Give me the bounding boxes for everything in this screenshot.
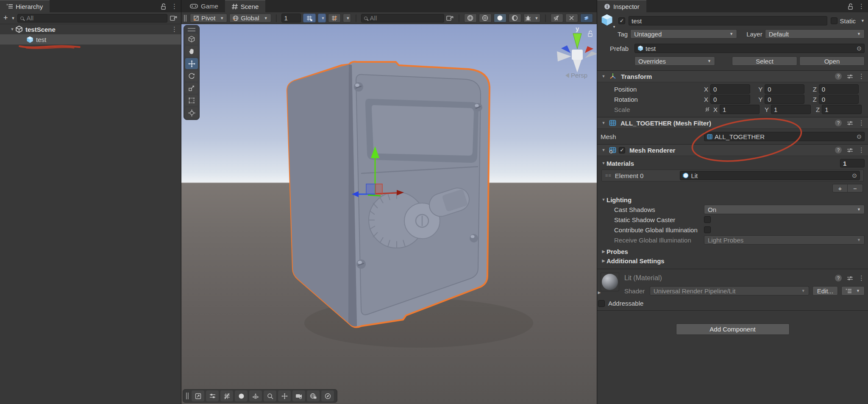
foldout-icon[interactable] — [601, 121, 606, 125]
static-checkbox[interactable] — [831, 17, 837, 24]
add-component-button[interactable]: Add Component — [676, 323, 790, 335]
mesh-filter-header[interactable]: ALL_TOGETHER (Mesh Filter) ? ⋮ — [597, 117, 868, 129]
audio-mute-button[interactable] — [551, 14, 563, 22]
inspector-menu-icon[interactable]: ⋮ — [858, 3, 865, 10]
view-settings-button[interactable] — [206, 390, 219, 401]
toolbar-drag-handle[interactable] — [184, 15, 186, 22]
create-object-button[interactable]: +▼ — [3, 14, 15, 22]
scale-y-field[interactable] — [771, 105, 811, 114]
additional-settings-foldout-row[interactable]: Additional Settings — [597, 256, 868, 265]
camera-overlay-button[interactable] — [292, 390, 305, 401]
shading-mode-button[interactable] — [464, 14, 477, 22]
pivot-mode-button[interactable]: Pivot ▼ — [190, 14, 227, 22]
open-button[interactable]: Open — [799, 56, 865, 66]
broken-link-icon[interactable] — [704, 106, 711, 112]
rotation-y-field[interactable] — [765, 95, 804, 104]
move-tool-button[interactable] — [185, 58, 198, 69]
position-y-field[interactable] — [765, 84, 804, 94]
unlock-icon[interactable] — [848, 3, 853, 10]
object-picker-icon[interactable]: ⊙ — [857, 45, 862, 52]
object-picker-icon[interactable]: ⊙ — [852, 172, 857, 179]
name-field[interactable] — [629, 16, 827, 25]
scene-picking-icon[interactable] — [170, 15, 178, 22]
active-checkbox[interactable]: ✓ — [618, 17, 625, 24]
hierarchy-item-test[interactable]: test — [0, 34, 181, 45]
gizmo-toggle-button[interactable] — [565, 14, 578, 22]
static-flags-dropdown-icon[interactable]: ▼ — [858, 19, 865, 23]
lighting-foldout-row[interactable]: Lighting — [597, 195, 868, 204]
lighting-preview-button[interactable] — [235, 390, 248, 401]
contribute-gi-checkbox[interactable] — [704, 226, 711, 233]
probes-foldout-row[interactable]: Probes — [597, 247, 868, 256]
grid-size-input[interactable] — [281, 14, 301, 22]
presets-icon[interactable] — [847, 120, 853, 126]
rotate-tool-button[interactable] — [185, 70, 198, 81]
hierarchy-menu-icon[interactable]: ⋮ — [171, 3, 178, 10]
remove-material-button[interactable]: − — [848, 184, 863, 192]
view-options-button[interactable] — [479, 14, 492, 22]
cast-shadows-dropdown[interactable]: On ▼ — [704, 205, 865, 214]
view-tool-button[interactable] — [185, 33, 198, 45]
transform-header[interactable]: Transform ? ⋮ — [597, 70, 868, 82]
component-menu-icon[interactable]: ⋮ — [858, 274, 865, 282]
material-element-row[interactable]: == Element 0 Lit ⊙ — [601, 170, 864, 181]
rotation-x-field[interactable] — [710, 95, 750, 104]
transform-tool-button[interactable] — [185, 107, 198, 118]
object-picker-icon[interactable]: ⊙ — [857, 133, 862, 140]
material-thumbnail[interactable] — [601, 273, 619, 291]
foldout-icon[interactable] — [601, 148, 606, 152]
overlay-drag-handle[interactable] — [188, 28, 195, 31]
tab-hierarchy[interactable]: Hierarchy — [0, 0, 50, 12]
gizmo-selection-button[interactable] — [249, 390, 262, 401]
static-shadow-caster-checkbox[interactable] — [704, 216, 711, 223]
effects-dropdown-button[interactable]: ▼ — [523, 14, 540, 22]
gameobject-icon-button[interactable]: ▼ — [601, 14, 615, 28]
orientation-gizmo[interactable]: y Persp — [540, 24, 597, 105]
lighting-toggle-button[interactable] — [494, 14, 506, 22]
mesh-renderer-header[interactable]: ✓ Mesh Renderer ? ⋮ — [597, 144, 868, 156]
projection-toggle[interactable]: Persp — [565, 72, 587, 79]
tab-game[interactable]: Game — [183, 0, 225, 12]
shader-edit-button[interactable]: Edit... — [812, 286, 838, 295]
materials-count-field[interactable] — [840, 159, 865, 167]
grid-snap-toggle[interactable] — [303, 14, 316, 22]
hierarchy-search-field[interactable]: All — [17, 14, 167, 22]
grid-snap-dropdown[interactable]: ▼ — [318, 14, 326, 22]
frame-selected-icon[interactable] — [446, 15, 454, 22]
shader-dropdown[interactable]: Universal Render Pipeline/Lit ▼ — [650, 286, 809, 295]
move-overlay-button[interactable] — [278, 390, 291, 401]
drag-handle-icon[interactable]: == — [605, 173, 612, 178]
component-menu-icon[interactable]: ⋮ — [858, 146, 865, 154]
hand-tool-button[interactable] — [185, 46, 198, 57]
rotation-z-field[interactable] — [819, 95, 859, 104]
material-object-field[interactable]: Lit ⊙ — [680, 171, 860, 180]
presets-icon[interactable] — [847, 276, 853, 281]
grid-visibility-button[interactable] — [220, 390, 233, 401]
tab-inspector[interactable]: Inspector — [597, 0, 646, 12]
presets-icon[interactable] — [847, 148, 853, 153]
receive-gi-dropdown[interactable]: Light Probes ▼ — [704, 235, 865, 245]
component-menu-icon[interactable]: ⋮ — [858, 72, 865, 80]
help-icon[interactable]: ? — [835, 120, 842, 126]
overlay-drag-handle[interactable] — [186, 393, 189, 399]
maximize-button[interactable] — [192, 390, 204, 401]
increment-snap-toggle[interactable] — [328, 14, 341, 22]
overrides-dropdown[interactable]: Overrides ▼ — [634, 56, 715, 66]
mesh-object-field[interactable]: ALL_TOGETHER ⊙ — [704, 132, 865, 141]
renderer-enabled-checkbox[interactable]: ✓ — [619, 147, 625, 153]
layer-dropdown[interactable]: Default ▼ — [765, 29, 865, 39]
occlusion-overlay-button[interactable] — [307, 390, 320, 401]
help-icon[interactable]: ? — [835, 275, 842, 281]
global-mode-button[interactable]: Global ▼ — [229, 14, 271, 22]
search-overlay-button[interactable] — [264, 390, 276, 401]
unlock-icon[interactable] — [161, 3, 166, 10]
presets-icon[interactable] — [847, 74, 853, 79]
tab-scene[interactable]: Scene — [225, 0, 266, 12]
component-menu-icon[interactable]: ⋮ — [858, 119, 865, 127]
rect-tool-button[interactable] — [185, 95, 198, 106]
position-z-field[interactable] — [819, 84, 859, 94]
foldout-icon[interactable] — [601, 161, 606, 165]
foldout-icon[interactable] — [601, 198, 606, 202]
material-foldout-icon[interactable] — [596, 290, 602, 295]
add-material-button[interactable]: + — [832, 184, 848, 192]
